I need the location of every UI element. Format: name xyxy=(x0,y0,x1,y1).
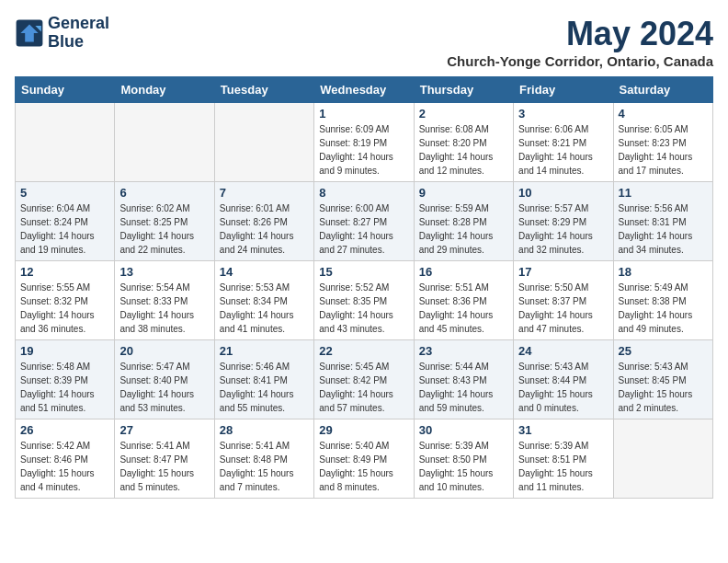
day-cell: 4Sunrise: 6:05 AMSunset: 8:23 PMDaylight… xyxy=(613,103,712,182)
day-cell: 23Sunrise: 5:44 AMSunset: 8:43 PMDayligh… xyxy=(414,340,513,419)
day-number: 8 xyxy=(319,186,408,200)
day-number: 1 xyxy=(319,107,408,121)
day-info: Sunrise: 6:04 AMSunset: 8:24 PMDaylight:… xyxy=(20,201,109,257)
day-number: 3 xyxy=(518,107,608,121)
day-number: 20 xyxy=(119,344,209,358)
day-number: 12 xyxy=(20,265,109,279)
day-info: Sunrise: 5:47 AMSunset: 8:40 PMDaylight:… xyxy=(119,360,209,415)
day-cell: 12Sunrise: 5:55 AMSunset: 8:32 PMDayligh… xyxy=(16,261,115,340)
day-info: Sunrise: 5:53 AMSunset: 8:34 PMDaylight:… xyxy=(220,281,309,336)
day-cell: 18Sunrise: 5:49 AMSunset: 8:38 PMDayligh… xyxy=(613,261,712,340)
day-cell xyxy=(214,103,313,182)
day-number: 14 xyxy=(220,265,309,279)
week-row-4: 19Sunrise: 5:48 AMSunset: 8:39 PMDayligh… xyxy=(16,340,713,419)
logo-line1: General xyxy=(48,15,109,33)
day-info: Sunrise: 6:00 AMSunset: 8:27 PMDaylight:… xyxy=(319,201,408,257)
day-cell: 5Sunrise: 6:04 AMSunset: 8:24 PMDaylight… xyxy=(16,182,115,261)
day-info: Sunrise: 5:49 AMSunset: 8:38 PMDaylight:… xyxy=(619,281,708,336)
day-cell: 11Sunrise: 5:56 AMSunset: 8:31 PMDayligh… xyxy=(613,182,712,261)
day-info: Sunrise: 5:43 AMSunset: 8:45 PMDaylight:… xyxy=(619,360,708,415)
day-cell: 3Sunrise: 6:06 AMSunset: 8:21 PMDaylight… xyxy=(514,103,613,182)
day-info: Sunrise: 5:40 AMSunset: 8:49 PMDaylight:… xyxy=(319,439,408,494)
day-info: Sunrise: 5:42 AMSunset: 8:46 PMDaylight:… xyxy=(20,439,109,494)
day-info: Sunrise: 5:51 AMSunset: 8:36 PMDaylight:… xyxy=(419,281,508,336)
day-number: 21 xyxy=(220,344,309,358)
day-number: 23 xyxy=(419,344,508,358)
calendar-table: SundayMondayTuesdayWednesdayThursdayFrid… xyxy=(15,76,713,499)
header-wednesday: Wednesday xyxy=(314,77,414,103)
calendar-header-row: SundayMondayTuesdayWednesdayThursdayFrid… xyxy=(16,77,713,103)
day-number: 29 xyxy=(319,423,408,437)
day-cell xyxy=(16,103,115,182)
day-info: Sunrise: 5:57 AMSunset: 8:29 PMDaylight:… xyxy=(518,201,608,257)
day-number: 13 xyxy=(119,265,209,279)
location-title: Church-Yonge Corridor, Ontario, Canada xyxy=(447,53,713,69)
day-cell: 17Sunrise: 5:50 AMSunset: 8:37 PMDayligh… xyxy=(514,261,613,340)
day-cell: 28Sunrise: 5:41 AMSunset: 8:48 PMDayligh… xyxy=(214,419,313,499)
day-info: Sunrise: 5:56 AMSunset: 8:31 PMDaylight:… xyxy=(619,201,708,257)
day-cell: 27Sunrise: 5:41 AMSunset: 8:47 PMDayligh… xyxy=(115,419,214,499)
header-tuesday: Tuesday xyxy=(214,77,313,103)
header-friday: Friday xyxy=(514,77,613,103)
week-row-1: 1Sunrise: 6:09 AMSunset: 8:19 PMDaylight… xyxy=(16,103,713,182)
day-info: Sunrise: 5:59 AMSunset: 8:28 PMDaylight:… xyxy=(419,201,508,257)
day-cell: 10Sunrise: 5:57 AMSunset: 8:29 PMDayligh… xyxy=(514,182,613,261)
day-cell xyxy=(613,419,712,499)
day-info: Sunrise: 6:08 AMSunset: 8:20 PMDaylight:… xyxy=(419,122,508,178)
day-number: 24 xyxy=(518,344,608,358)
day-number: 6 xyxy=(119,186,209,200)
day-number: 11 xyxy=(619,186,708,200)
day-cell: 14Sunrise: 5:53 AMSunset: 8:34 PMDayligh… xyxy=(214,261,313,340)
day-number: 10 xyxy=(518,186,608,200)
day-number: 22 xyxy=(319,344,408,358)
day-cell: 29Sunrise: 5:40 AMSunset: 8:49 PMDayligh… xyxy=(314,419,414,499)
day-number: 25 xyxy=(619,344,708,358)
day-number: 30 xyxy=(419,423,508,437)
day-number: 16 xyxy=(419,265,508,279)
day-number: 18 xyxy=(619,265,708,279)
day-cell: 24Sunrise: 5:43 AMSunset: 8:44 PMDayligh… xyxy=(514,340,613,419)
day-number: 5 xyxy=(20,186,109,200)
day-info: Sunrise: 5:39 AMSunset: 8:51 PMDaylight:… xyxy=(518,439,608,494)
day-number: 17 xyxy=(518,265,608,279)
day-number: 26 xyxy=(20,423,109,437)
header-saturday: Saturday xyxy=(613,77,712,103)
header-thursday: Thursday xyxy=(414,77,513,103)
day-info: Sunrise: 5:43 AMSunset: 8:44 PMDaylight:… xyxy=(518,360,608,415)
day-info: Sunrise: 5:41 AMSunset: 8:48 PMDaylight:… xyxy=(220,439,309,494)
day-info: Sunrise: 5:46 AMSunset: 8:41 PMDaylight:… xyxy=(220,360,309,415)
day-cell: 7Sunrise: 6:01 AMSunset: 8:26 PMDaylight… xyxy=(214,182,313,261)
day-number: 15 xyxy=(319,265,408,279)
logo-text: General Blue xyxy=(48,15,109,52)
day-info: Sunrise: 5:48 AMSunset: 8:39 PMDaylight:… xyxy=(20,360,109,415)
day-cell: 9Sunrise: 5:59 AMSunset: 8:28 PMDaylight… xyxy=(414,182,513,261)
day-info: Sunrise: 6:09 AMSunset: 8:19 PMDaylight:… xyxy=(319,122,408,178)
day-cell: 20Sunrise: 5:47 AMSunset: 8:40 PMDayligh… xyxy=(115,340,214,419)
day-number: 31 xyxy=(518,423,608,437)
day-cell: 16Sunrise: 5:51 AMSunset: 8:36 PMDayligh… xyxy=(414,261,513,340)
day-info: Sunrise: 5:39 AMSunset: 8:50 PMDaylight:… xyxy=(419,439,508,494)
day-cell: 6Sunrise: 6:02 AMSunset: 8:25 PMDaylight… xyxy=(115,182,214,261)
day-info: Sunrise: 5:44 AMSunset: 8:43 PMDaylight:… xyxy=(419,360,508,415)
day-info: Sunrise: 5:45 AMSunset: 8:42 PMDaylight:… xyxy=(319,360,408,415)
week-row-2: 5Sunrise: 6:04 AMSunset: 8:24 PMDaylight… xyxy=(16,182,713,261)
day-info: Sunrise: 5:41 AMSunset: 8:47 PMDaylight:… xyxy=(119,439,209,494)
day-info: Sunrise: 6:01 AMSunset: 8:26 PMDaylight:… xyxy=(220,201,309,257)
day-number: 19 xyxy=(20,344,109,358)
logo-line2: Blue xyxy=(48,33,109,52)
day-info: Sunrise: 6:05 AMSunset: 8:23 PMDaylight:… xyxy=(619,122,708,178)
day-number: 28 xyxy=(220,423,309,437)
day-cell: 25Sunrise: 5:43 AMSunset: 8:45 PMDayligh… xyxy=(613,340,712,419)
day-number: 7 xyxy=(220,186,309,200)
day-number: 9 xyxy=(419,186,508,200)
month-title: May 2024 xyxy=(447,15,713,53)
day-number: 4 xyxy=(619,107,708,121)
day-cell: 19Sunrise: 5:48 AMSunset: 8:39 PMDayligh… xyxy=(16,340,115,419)
day-cell: 1Sunrise: 6:09 AMSunset: 8:19 PMDaylight… xyxy=(314,103,414,182)
day-info: Sunrise: 5:54 AMSunset: 8:33 PMDaylight:… xyxy=(119,281,209,336)
day-cell: 8Sunrise: 6:00 AMSunset: 8:27 PMDaylight… xyxy=(314,182,414,261)
title-block: May 2024 Church-Yonge Corridor, Ontario,… xyxy=(447,15,713,69)
page-header: General Blue May 2024 Church-Yonge Corri… xyxy=(15,15,713,69)
day-cell: 13Sunrise: 5:54 AMSunset: 8:33 PMDayligh… xyxy=(115,261,214,340)
day-cell: 26Sunrise: 5:42 AMSunset: 8:46 PMDayligh… xyxy=(16,419,115,499)
